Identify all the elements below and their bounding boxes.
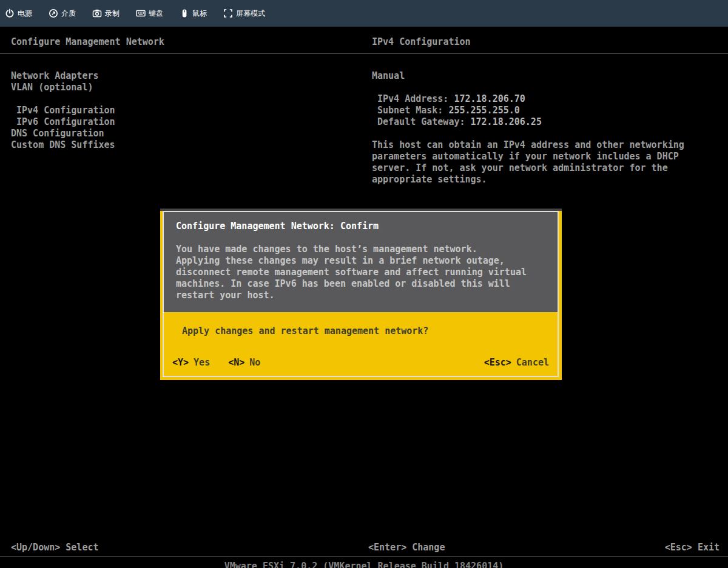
dhcp-description-line: This host can obtain an IPv4 address and… bbox=[372, 139, 684, 151]
dialog-body-line: disconnect remote management software an… bbox=[176, 267, 545, 278]
screen-mode-button[interactable]: 屏幕模式 bbox=[223, 8, 265, 19]
yes-label: Yes bbox=[194, 357, 210, 368]
console-toolbar: 电源 介质 录制 键盘 鼠标 屏幕模式 bbox=[0, 0, 728, 27]
mouse-label: 鼠标 bbox=[192, 8, 207, 19]
key-enter: <Enter> bbox=[368, 542, 406, 553]
dcui-console-screen[interactable]: Configure Management Network IPv4 Config… bbox=[0, 27, 728, 568]
record-button[interactable]: 录制 bbox=[92, 8, 120, 19]
dialog-prompt-area: Apply changes and restart management net… bbox=[164, 312, 558, 376]
mouse-icon bbox=[180, 8, 189, 18]
key-n: <N> bbox=[228, 357, 244, 368]
mouse-button[interactable]: 鼠标 bbox=[180, 8, 207, 19]
menu-item-network-adapters[interactable]: Network Adapters bbox=[11, 70, 115, 82]
subnet-mask-row: Subnet Mask: 255.255.255.0 bbox=[372, 105, 684, 116]
default-gateway-row: Default Gateway: 172.18.206.25 bbox=[372, 116, 684, 128]
fullscreen-icon bbox=[223, 8, 233, 18]
record-icon bbox=[92, 8, 102, 18]
dialog-prompt: Apply changes and restart management net… bbox=[182, 326, 549, 337]
select-label: Select bbox=[66, 542, 98, 553]
menu-item-dns-configuration[interactable]: DNS Configuration bbox=[11, 128, 115, 139]
confirm-dialog: Configure Management Network: Confirm Yo… bbox=[160, 209, 562, 380]
ipv4-address-row: IPv4 Address: 172.18.206.70 bbox=[372, 93, 684, 105]
subnet-mask-label: Subnet Mask: bbox=[377, 105, 448, 116]
dialog-body-line: Applying these changes may result in a b… bbox=[176, 255, 545, 267]
dialog-body-line: machines. In case IPv6 has been enabled … bbox=[176, 278, 545, 290]
dialog-body-line: You have made changes to the host’s mana… bbox=[176, 244, 545, 255]
confirm-dialog-frame: Configure Management Network: Confirm Yo… bbox=[163, 211, 559, 377]
power-icon bbox=[5, 8, 15, 18]
ipv4-address-value: 172.18.206.70 bbox=[454, 93, 525, 104]
key-y: <Y> bbox=[172, 357, 189, 368]
menu-spacer bbox=[11, 93, 115, 105]
key-up-down: <Up/Down> bbox=[11, 542, 60, 553]
media-button[interactable]: 介质 bbox=[49, 8, 76, 19]
dialog-body-line: restart your host. bbox=[176, 290, 545, 301]
help-change-hint: <Enter> Change bbox=[368, 542, 445, 553]
keyboard-button[interactable]: 键盘 bbox=[136, 8, 163, 19]
esxi-version-banner: VMware ESXi 7.0.2 (VMKernel Release Buil… bbox=[0, 561, 728, 568]
header-divider bbox=[0, 53, 728, 54]
ipv4-mode: Manual bbox=[372, 70, 684, 82]
menu-item-ipv6-configuration[interactable]: IPv6 Configuration bbox=[11, 116, 115, 128]
page-title: Configure Management Network bbox=[11, 36, 164, 48]
record-label: 录制 bbox=[105, 8, 120, 19]
cancel-option[interactable]: <Esc>Cancel bbox=[484, 357, 549, 369]
power-button[interactable]: 电源 bbox=[5, 8, 32, 19]
dhcp-description-line: server. If not, ask your network adminis… bbox=[372, 162, 684, 174]
dialog-title: Configure Management Network: Confirm bbox=[176, 221, 545, 232]
no-option[interactable]: <N>No bbox=[228, 357, 260, 369]
key-esc: <Esc> bbox=[484, 357, 511, 368]
spacer-line bbox=[372, 82, 684, 93]
keyboard-label: 键盘 bbox=[149, 8, 163, 19]
menu-item-custom-dns-suffixes[interactable]: Custom DNS Suffixes bbox=[11, 139, 115, 151]
menu-item-vlan[interactable]: VLAN (optional) bbox=[11, 82, 115, 93]
media-icon bbox=[49, 8, 58, 18]
help-exit-hint: <Esc> Exit bbox=[665, 542, 720, 553]
ipv4-detail-panel: Manual IPv4 Address: 172.18.206.70 Subne… bbox=[372, 70, 684, 185]
screen-mode-label: 屏幕模式 bbox=[236, 8, 265, 19]
keyboard-icon bbox=[136, 8, 146, 18]
power-label: 电源 bbox=[18, 8, 32, 19]
media-label: 介质 bbox=[61, 8, 76, 19]
default-gateway-value: 172.18.206.25 bbox=[471, 116, 542, 127]
subnet-mask-value: 255.255.255.0 bbox=[448, 105, 519, 116]
ipv4-address-label: IPv4 Address: bbox=[377, 93, 454, 104]
change-label: Change bbox=[412, 542, 445, 553]
dialog-key-options: <Y>Yes <N>No <Esc>Cancel bbox=[172, 357, 549, 369]
yes-option[interactable]: <Y>Yes bbox=[172, 357, 210, 369]
no-label: No bbox=[249, 357, 260, 368]
default-gateway-label: Default Gateway: bbox=[377, 116, 471, 127]
config-menu: Network Adapters VLAN (optional) IPv4 Co… bbox=[11, 70, 115, 151]
panel-title: IPv4 Configuration bbox=[372, 36, 471, 48]
dhcp-description-line: parameters automatically if your network… bbox=[372, 151, 684, 162]
menu-item-ipv4-configuration[interactable]: IPv4 Configuration bbox=[11, 105, 115, 116]
help-select-hint: <Up/Down> Select bbox=[11, 542, 99, 553]
footer-divider bbox=[0, 556, 728, 556]
spacer-line bbox=[176, 232, 545, 244]
key-esc-exit: <Esc> bbox=[665, 542, 692, 553]
spacer-line bbox=[372, 128, 684, 139]
dhcp-description-line: appropriate settings. bbox=[372, 174, 684, 185]
exit-label: Exit bbox=[698, 542, 720, 553]
dialog-message-area: Configure Management Network: Confirm Yo… bbox=[164, 212, 558, 312]
cancel-label: Cancel bbox=[516, 357, 549, 368]
